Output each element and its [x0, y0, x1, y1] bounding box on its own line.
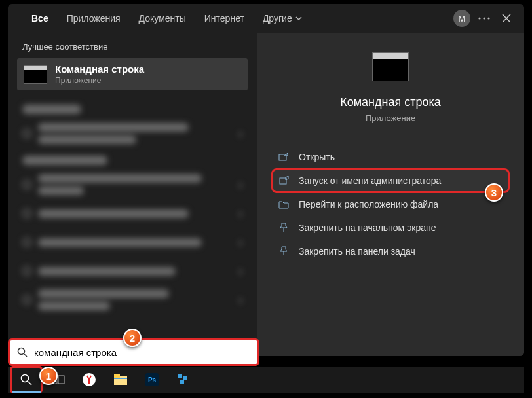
folder-icon [113, 374, 128, 386]
pin-icon [278, 246, 290, 257]
taskbar: Ps [8, 367, 524, 393]
divider [273, 139, 508, 139]
svg-point-5 [18, 348, 25, 355]
action-pin-start[interactable]: Закрепить на начальном экране [273, 217, 508, 239]
action-label: Открыть [299, 152, 335, 162]
search-panel: Все Приложения Документы Интернет Другие… [8, 4, 524, 356]
chevron-down-icon [295, 16, 302, 20]
svg-point-1 [483, 17, 485, 19]
list-item[interactable]: › [22, 170, 242, 199]
tab-other[interactable]: Другие [254, 9, 311, 27]
blurred-results: › › › › › › [8, 90, 257, 314]
best-match-sub: Приложение [55, 76, 144, 85]
open-icon [278, 153, 290, 162]
svg-text:Ps: Ps [148, 376, 157, 384]
list-item[interactable]: › [22, 257, 242, 285]
svg-rect-17 [180, 380, 184, 384]
folder-icon [278, 200, 290, 209]
tab-web[interactable]: Интернет [195, 9, 254, 27]
action-label: Запуск от имени администратора [299, 175, 441, 186]
results-column: Лучшее соответствие Командная строка При… [8, 33, 257, 356]
tabs-row: Все Приложения Документы Интернет Другие… [8, 4, 524, 33]
best-match-label: Лучшее соответствие [8, 37, 257, 58]
preview-title: Командная строка [257, 96, 524, 109]
list-item[interactable]: › [22, 199, 242, 228]
annotation-badge-2: 2 [123, 329, 142, 347]
cmd-icon [24, 65, 47, 84]
svg-rect-15 [178, 374, 182, 378]
tab-other-label: Другие [263, 13, 292, 24]
search-icon [20, 374, 32, 386]
search-input[interactable] [34, 347, 366, 358]
best-match-title: Командная строка [55, 63, 144, 75]
best-match-item[interactable]: Командная строка Приложение [17, 58, 248, 90]
close-button[interactable] [495, 7, 518, 29]
list-item[interactable]: › [22, 119, 242, 148]
taskbar-search-button[interactable] [10, 367, 42, 393]
tab-docs[interactable]: Документы [130, 9, 195, 27]
action-open-location[interactable]: Перейти к расположению файла [273, 193, 508, 215]
svg-rect-12 [114, 378, 127, 379]
svg-rect-16 [183, 376, 187, 380]
list-item[interactable]: › [22, 285, 242, 314]
preview-column: Командная строка Приложение Открыть Запу… [257, 33, 524, 356]
list-item[interactable]: › [22, 228, 242, 257]
action-pin-taskbar[interactable]: Закрепить на панели задач [273, 240, 508, 262]
annotation-badge-1: 1 [39, 367, 58, 385]
action-label: Закрепить на панели задач [299, 246, 415, 257]
more-button[interactable] [473, 7, 495, 29]
svg-rect-11 [114, 374, 120, 378]
yandex-icon [82, 372, 96, 387]
user-avatar[interactable]: М [451, 7, 473, 29]
svg-point-6 [22, 375, 29, 382]
tab-apps[interactable]: Приложения [58, 9, 130, 27]
taskbar-yandex[interactable] [73, 367, 105, 393]
svg-rect-8 [58, 376, 64, 384]
text-caret [250, 346, 250, 359]
svg-point-0 [478, 17, 480, 19]
search-icon [17, 347, 28, 357]
action-label: Перейти к расположению файла [299, 199, 438, 209]
cmd-icon [372, 52, 409, 81]
admin-icon [278, 175, 290, 186]
app-icon [177, 373, 190, 386]
action-label: Закрепить на начальном экране [299, 223, 436, 233]
svg-point-2 [487, 17, 489, 19]
action-run-as-admin[interactable]: Запуск от имени администратора [273, 170, 508, 192]
photoshop-icon: Ps [145, 372, 159, 387]
preview-sub: Приложение [257, 113, 524, 123]
tab-all[interactable]: Все [22, 9, 58, 27]
taskbar-photoshop[interactable]: Ps [136, 367, 168, 393]
annotation-badge-3: 3 [485, 183, 503, 202]
taskbar-explorer[interactable] [105, 367, 136, 393]
pin-icon [278, 223, 290, 233]
action-open[interactable]: Открыть [273, 146, 508, 168]
taskbar-app[interactable] [168, 367, 199, 393]
